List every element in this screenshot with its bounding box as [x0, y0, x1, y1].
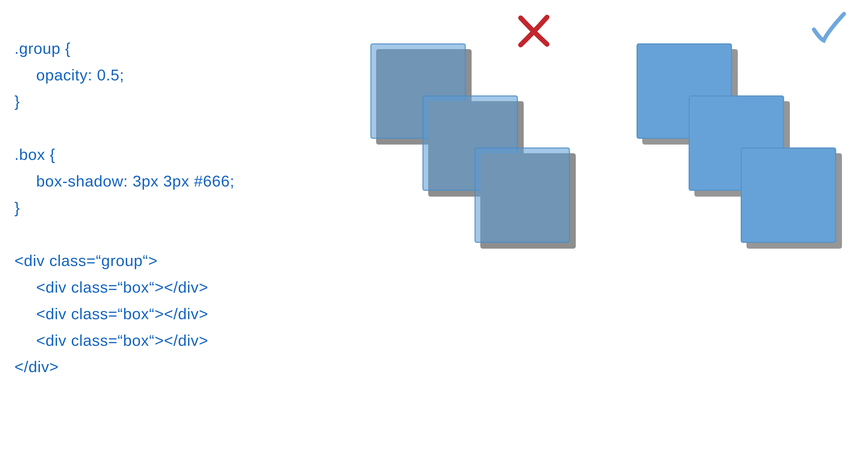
code-line: <div class=“box“></div> — [36, 305, 208, 322]
code-line: <div class=“group“> — [14, 252, 158, 269]
check-icon — [812, 11, 846, 46]
wrong-rendering-group — [370, 43, 579, 252]
box-face — [741, 147, 836, 243]
illustration-stage — [370, 43, 862, 304]
correct-rendering-group — [637, 43, 845, 252]
code-line: } — [14, 199, 20, 216]
code-line: .group { — [14, 40, 71, 57]
code-line: <div class=“box“></div> — [36, 278, 208, 296]
code-line: opacity: 0.5; — [36, 66, 124, 84]
code-line: .box { — [14, 146, 55, 163]
code-line: <div class=“box“></div> — [36, 332, 208, 349]
code-snippet: .group { opacity: 0.5; } .box { box-shad… — [14, 9, 235, 380]
cross-icon — [517, 13, 551, 48]
code-line: } — [14, 93, 20, 110]
code-line: box-shadow: 3px 3px #666; — [36, 172, 235, 190]
box-face — [474, 147, 570, 243]
code-line: </div> — [14, 358, 59, 375]
